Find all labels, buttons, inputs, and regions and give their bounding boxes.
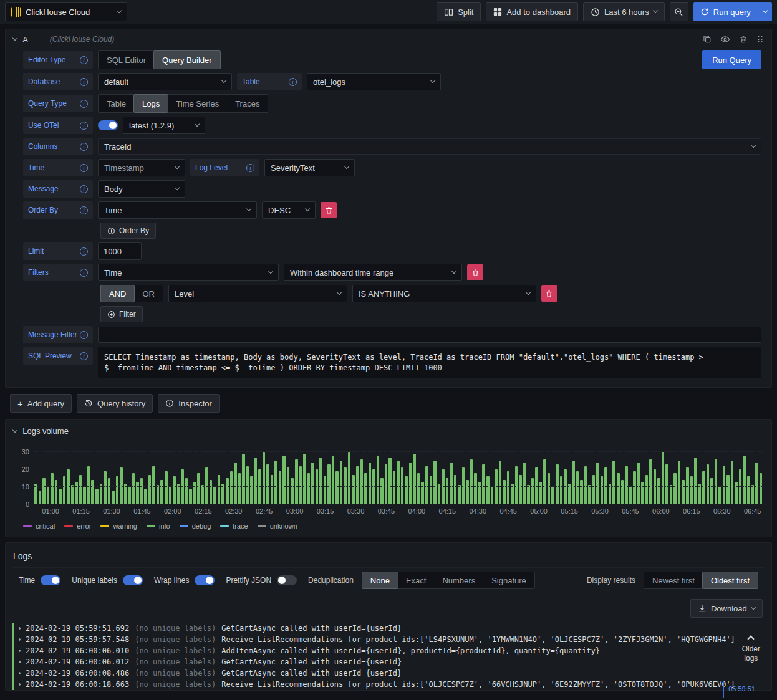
volume-bar[interactable] bbox=[417, 473, 420, 504]
volume-bar[interactable] bbox=[625, 466, 628, 504]
expand-row-icon[interactable] bbox=[19, 626, 21, 630]
inspector-button[interactable]: Inspector bbox=[158, 394, 219, 413]
volume-bar[interactable] bbox=[42, 478, 46, 504]
volume-bar[interactable] bbox=[279, 471, 282, 504]
log-row[interactable]: 2024-02-19 06:00:08.486(no unique labels… bbox=[12, 668, 765, 679]
volume-bar[interactable] bbox=[718, 487, 722, 504]
volume-bar[interactable] bbox=[645, 475, 649, 504]
volume-bar[interactable] bbox=[226, 478, 229, 504]
expand-row-icon[interactable] bbox=[19, 671, 21, 675]
add-filter-button[interactable]: Filter bbox=[100, 306, 143, 322]
volume-bar[interactable] bbox=[352, 475, 355, 504]
volume-bar[interactable] bbox=[735, 482, 738, 504]
volume-bar[interactable] bbox=[499, 461, 502, 504]
query-history-button[interactable]: Query history bbox=[77, 394, 153, 413]
volume-bar[interactable] bbox=[507, 471, 510, 504]
filter-field-select[interactable]: Time bbox=[98, 264, 279, 281]
volume-bar[interactable] bbox=[446, 478, 449, 504]
info-icon[interactable]: i bbox=[80, 185, 88, 193]
toggle-prettify-json[interactable] bbox=[277, 575, 297, 585]
add-query-button[interactable]: + Add query bbox=[10, 394, 72, 413]
volume-bar[interactable] bbox=[641, 482, 644, 504]
filter-level-select[interactable]: Level bbox=[168, 285, 347, 302]
volume-bar[interactable] bbox=[564, 469, 567, 504]
log-level-column-select[interactable]: SeverityText bbox=[264, 159, 355, 176]
split-button[interactable]: Split bbox=[437, 2, 481, 21]
volume-bar[interactable] bbox=[474, 473, 477, 504]
volume-bar[interactable] bbox=[144, 489, 147, 504]
expand-row-icon[interactable] bbox=[19, 649, 21, 653]
volume-bar[interactable] bbox=[165, 471, 168, 504]
volume-bar[interactable] bbox=[617, 473, 620, 504]
run-query-editor-button[interactable]: Run Query bbox=[702, 50, 761, 69]
volume-bar[interactable] bbox=[621, 480, 624, 504]
add-order-by-button[interactable]: Order By bbox=[100, 223, 156, 239]
query-type-option-traces[interactable]: Traces bbox=[227, 95, 268, 112]
expand-row-icon[interactable] bbox=[19, 660, 21, 664]
volume-bar[interactable] bbox=[377, 456, 380, 504]
hide-response-eye-icon[interactable] bbox=[720, 34, 730, 44]
volume-bar[interactable] bbox=[560, 476, 563, 504]
volume-bar[interactable] bbox=[79, 475, 82, 504]
info-icon[interactable]: i bbox=[80, 78, 88, 86]
volume-bar[interactable] bbox=[470, 459, 473, 504]
volume-bar[interactable] bbox=[670, 485, 673, 504]
query-type-option-time-series[interactable]: Time Series bbox=[168, 95, 227, 112]
datasource-picker[interactable]: ClickHouse Cloud bbox=[5, 2, 127, 21]
volume-bar[interactable] bbox=[230, 471, 233, 504]
volume-bar[interactable] bbox=[128, 487, 131, 504]
volume-bar[interactable] bbox=[324, 476, 327, 504]
volume-bar[interactable] bbox=[197, 473, 200, 504]
volume-bar[interactable] bbox=[548, 473, 551, 504]
volume-bar[interactable] bbox=[258, 469, 261, 504]
volume-bar[interactable] bbox=[210, 480, 213, 504]
volume-bar[interactable] bbox=[201, 485, 205, 504]
volume-bar[interactable] bbox=[491, 487, 494, 504]
volume-bar[interactable] bbox=[83, 487, 86, 504]
volume-bar[interactable] bbox=[303, 454, 306, 504]
filter-operator-option-or[interactable]: OR bbox=[134, 285, 163, 302]
volume-bar[interactable] bbox=[425, 466, 428, 504]
info-icon[interactable]: i bbox=[80, 143, 88, 151]
otel-version-select[interactable]: latest (1.2.9) bbox=[123, 117, 205, 134]
volume-bar[interactable] bbox=[213, 487, 216, 504]
volume-bar[interactable] bbox=[193, 482, 196, 504]
volume-bar[interactable] bbox=[662, 452, 665, 504]
legend-item-trace[interactable]: trace bbox=[220, 522, 248, 530]
volume-bar[interactable] bbox=[132, 473, 135, 504]
remove-query-trash-icon[interactable] bbox=[739, 35, 748, 44]
volume-bar[interactable] bbox=[543, 459, 546, 504]
use-otel-toggle[interactable] bbox=[98, 120, 118, 130]
legend-item-info[interactable]: info bbox=[147, 522, 170, 530]
volume-bar[interactable] bbox=[71, 485, 74, 504]
volume-bar[interactable] bbox=[157, 485, 160, 504]
collapse-chevron-icon[interactable] bbox=[12, 36, 18, 41]
dedup-option-signature[interactable]: Signature bbox=[483, 572, 534, 588]
editor-type-toggle[interactable]: SQL EditorQuery Builder bbox=[98, 50, 221, 69]
expand-row-icon[interactable] bbox=[19, 638, 21, 641]
display-option-newest-first[interactable]: Newest first bbox=[644, 572, 703, 588]
toggle-time[interactable] bbox=[41, 575, 60, 585]
volume-bar[interactable] bbox=[478, 482, 481, 504]
volume-bar[interactable] bbox=[519, 475, 522, 504]
volume-bar[interactable] bbox=[291, 478, 294, 504]
order-by-direction-select[interactable]: DESC bbox=[262, 201, 316, 219]
volume-bar[interactable] bbox=[59, 489, 62, 504]
volume-bar[interactable] bbox=[707, 464, 710, 504]
volume-bar[interactable] bbox=[160, 480, 163, 504]
volume-bar[interactable] bbox=[588, 485, 591, 504]
volume-bar[interactable] bbox=[263, 452, 266, 504]
volume-bar[interactable] bbox=[515, 466, 518, 504]
drag-handle-icon[interactable] bbox=[756, 36, 764, 43]
volume-bar[interactable] bbox=[388, 458, 392, 504]
volume-bar[interactable] bbox=[747, 476, 750, 504]
expand-row-icon[interactable] bbox=[19, 683, 21, 686]
limit-input[interactable] bbox=[98, 242, 142, 260]
message-column-select[interactable]: Body bbox=[98, 180, 185, 198]
info-icon[interactable]: i bbox=[80, 56, 88, 64]
run-query-dropdown[interactable] bbox=[758, 2, 772, 21]
volume-bar[interactable] bbox=[319, 458, 322, 504]
log-row[interactable]: 2024-02-19 06:00:06.012(no unique labels… bbox=[12, 656, 765, 668]
volume-bar[interactable] bbox=[551, 487, 554, 504]
volume-bar[interactable] bbox=[580, 480, 583, 504]
